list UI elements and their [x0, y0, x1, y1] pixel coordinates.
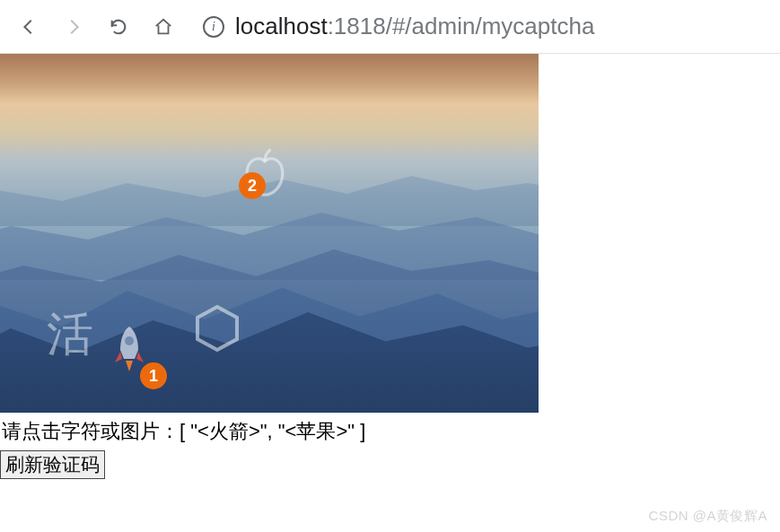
captcha-image[interactable]: 活 1 2 [0, 54, 539, 413]
url-host: localhost [235, 13, 328, 39]
captcha-prompt: 请点击字符或图片：[ "<火箭>", "<苹果>" ] [0, 413, 780, 450]
forward-button[interactable] [61, 14, 86, 39]
marker-number: 1 [149, 367, 158, 386]
site-info-icon[interactable]: i [203, 16, 224, 38]
address-bar[interactable]: i localhost:1818/#/admin/mycaptcha [196, 13, 764, 40]
home-button[interactable] [151, 14, 176, 39]
refresh-captcha-button[interactable]: 刷新验证码 [0, 450, 105, 479]
url-text: localhost:1818/#/admin/mycaptcha [235, 13, 594, 40]
click-marker-2[interactable]: 2 [239, 172, 266, 199]
svg-point-1 [125, 336, 134, 345]
browser-toolbar: i localhost:1818/#/admin/mycaptcha [0, 0, 780, 54]
reload-button[interactable] [106, 14, 131, 39]
hexagon-icon[interactable] [190, 301, 244, 355]
back-button[interactable] [16, 14, 41, 39]
url-path: :1818/#/admin/mycaptcha [328, 13, 595, 39]
page-content: 活 1 2 [0, 54, 780, 479]
prompt-items: [ "<火箭>", "<苹果>" ] [180, 420, 365, 442]
prompt-prefix: 请点击字符或图片： [2, 420, 180, 442]
svg-marker-0 [197, 307, 237, 350]
captcha-char-huo[interactable]: 活 [47, 303, 93, 366]
watermark: CSDN @A黄俊辉A [649, 508, 767, 525]
marker-number: 2 [248, 177, 257, 196]
click-marker-1[interactable]: 1 [140, 362, 167, 389]
